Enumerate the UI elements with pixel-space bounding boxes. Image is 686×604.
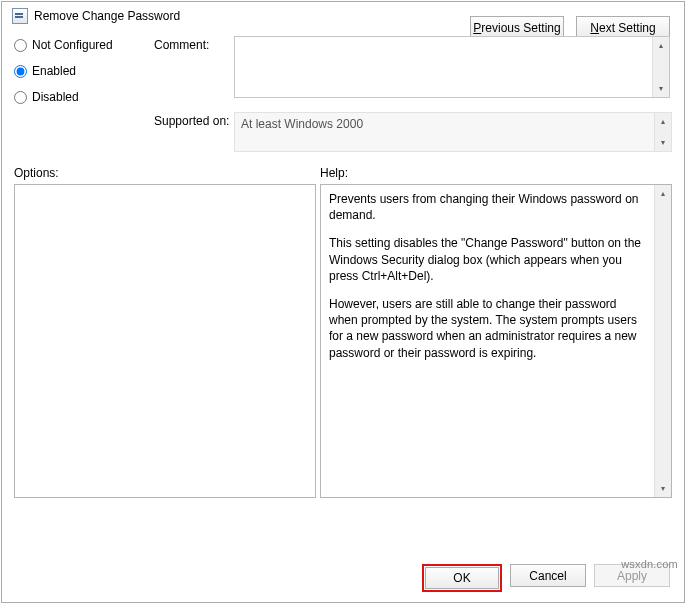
policy-dialog: Remove Change Password Previous Setting …: [1, 1, 685, 603]
scroll-up-icon[interactable]: ▴: [653, 37, 669, 54]
supported-value: At least Windows 2000: [235, 113, 654, 151]
supported-box: At least Windows 2000 ▴ ▾: [234, 112, 672, 152]
options-body: [15, 185, 315, 497]
help-p3: However, users are still able to change …: [329, 296, 646, 361]
ok-highlight: OK: [422, 564, 502, 592]
ok-button[interactable]: OK: [425, 567, 499, 589]
radio-enabled[interactable]: Enabled: [14, 64, 154, 78]
supported-row: Supported on: At least Windows 2000 ▴ ▾: [2, 104, 684, 152]
watermark: wsxdn.com: [621, 558, 678, 570]
help-body: Prevents users from changing their Windo…: [321, 185, 654, 497]
cancel-button[interactable]: Cancel: [510, 564, 586, 587]
comment-textarea[interactable]: [235, 37, 652, 97]
comment-scrollbar[interactable]: ▴ ▾: [652, 37, 669, 97]
comment-label: Comment:: [154, 36, 234, 98]
radio-not-configured-input[interactable]: [14, 39, 27, 52]
dialog-title: Remove Change Password: [34, 9, 180, 23]
policy-icon: [12, 8, 28, 24]
radio-enabled-label: Enabled: [32, 64, 76, 78]
supported-scrollbar[interactable]: ▴ ▾: [654, 113, 671, 151]
radio-enabled-input[interactable]: [14, 65, 27, 78]
options-pane: [14, 184, 316, 498]
help-pane: Prevents users from changing their Windo…: [320, 184, 672, 498]
title-area: Remove Change Password: [12, 8, 180, 24]
settings-grid: Not Configured Enabled Disabled Comment:…: [2, 28, 684, 104]
pane-labels: Options: Help:: [2, 152, 684, 184]
radio-disabled[interactable]: Disabled: [14, 90, 154, 104]
state-radio-group: Not Configured Enabled Disabled: [14, 36, 154, 104]
scroll-down-icon[interactable]: ▾: [655, 134, 671, 151]
help-p1: Prevents users from changing their Windo…: [329, 191, 646, 223]
radio-not-configured-label: Not Configured: [32, 38, 113, 52]
supported-label: Supported on:: [154, 112, 234, 128]
scroll-up-icon[interactable]: ▴: [655, 113, 671, 130]
scroll-up-icon[interactable]: ▴: [655, 185, 671, 202]
radio-disabled-label: Disabled: [32, 90, 79, 104]
options-label: Options:: [14, 166, 320, 180]
radio-not-configured[interactable]: Not Configured: [14, 38, 154, 52]
help-p2: This setting disables the "Change Passwo…: [329, 235, 646, 284]
comment-field-wrap: ▴ ▾: [234, 36, 672, 98]
dialog-header: Remove Change Password Previous Setting …: [2, 2, 684, 28]
scroll-down-icon[interactable]: ▾: [655, 480, 671, 497]
dialog-footer: OK Cancel Apply: [2, 552, 684, 602]
comment-textarea-wrap: ▴ ▾: [234, 36, 670, 98]
help-scrollbar[interactable]: ▴ ▾: [654, 185, 671, 497]
panes: Prevents users from changing their Windo…: [2, 184, 684, 552]
scroll-down-icon[interactable]: ▾: [653, 80, 669, 97]
radio-disabled-input[interactable]: [14, 91, 27, 104]
help-label: Help:: [320, 166, 672, 180]
